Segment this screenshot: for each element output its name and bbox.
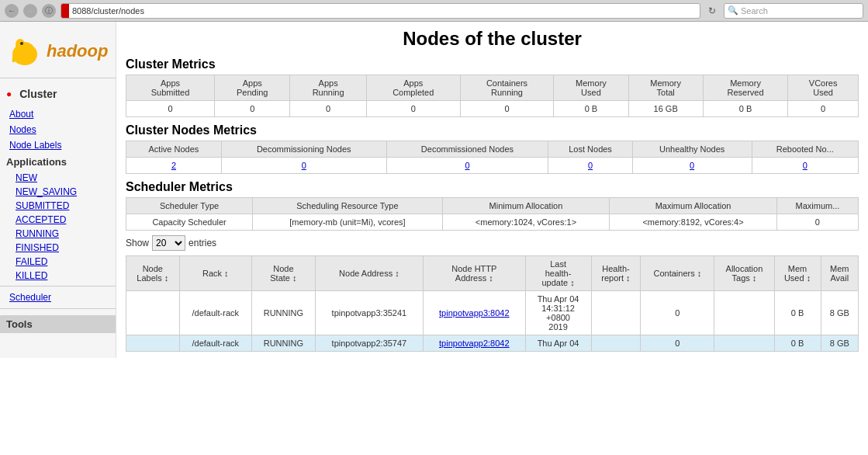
nodes-table: NodeLabels ↕ Rack ↕ NodeState ↕ Node Add… <box>126 255 859 352</box>
nt-header-mem-used: MemUsed ↕ <box>774 256 821 291</box>
row0-state: RUNNING <box>252 291 316 335</box>
sidebar-item-killed[interactable]: KILLED <box>0 269 116 283</box>
sidebar-applications-section: Applications <box>0 153 116 171</box>
info-button[interactable]: ⓘ <box>42 4 56 18</box>
cluster-metrics-title: Cluster Metrics <box>126 57 859 71</box>
scheduler-metrics-title: Scheduler Metrics <box>126 180 859 194</box>
nt-header-containers: Containers ↕ <box>641 256 714 291</box>
sm-val-3: <memory:8192, vCores:4> <box>610 214 777 231</box>
reload-button[interactable]: ↻ <box>705 4 719 18</box>
row1-containers: 0 <box>641 335 714 352</box>
cnm-header-3: Lost Nodes <box>548 141 632 158</box>
row0-rack: /default-rack <box>179 291 251 335</box>
back-button[interactable]: ← <box>5 4 19 18</box>
cnm-val-5: 0 <box>752 158 858 174</box>
sidebar-item-nodes[interactable]: Nodes <box>0 122 116 137</box>
row1-address: tpinpotvapp2:35747 <box>315 335 423 352</box>
cm-header-0: AppsSubmitted <box>126 75 215 101</box>
row1-nodelabels <box>126 335 180 352</box>
sidebar-item-new[interactable]: NEW <box>0 171 116 185</box>
cnm-header-1: Decommissioning Nodes <box>221 141 386 158</box>
page-title: Nodes of the cluster <box>126 28 859 50</box>
url-red-part <box>61 4 69 18</box>
nt-header-state: NodeState ↕ <box>252 256 316 291</box>
cm-header-4: ContainersRunning <box>460 75 554 101</box>
row0-alloc-tags <box>714 291 774 335</box>
cm-header-6: MemoryTotal <box>628 75 703 101</box>
search-placeholder: Search <box>741 6 768 16</box>
sidebar-item-running[interactable]: RUNNING <box>0 227 116 241</box>
cluster-nodes-metrics-table: Active Nodes Decommissioning Nodes Decom… <box>126 141 859 174</box>
cnm-header-4: Unhealthy Nodes <box>632 141 752 158</box>
cm-header-1: AppsPending <box>215 75 290 101</box>
show-label: Show <box>126 238 149 248</box>
row1-mem-used: 0 B <box>774 335 821 352</box>
browser-chrome: ← → ⓘ 8088/cluster/nodes ↻ 🔍 Search <box>0 0 868 22</box>
cnm-val-0: 2 <box>126 158 222 174</box>
sm-header-2: Minimum Allocation <box>442 198 610 214</box>
sidebar-item-failed[interactable]: FAILED <box>0 255 116 269</box>
sidebar-tools-header: Tools <box>0 315 116 333</box>
row1-http[interactable]: tpinpotvapp2:8042 <box>424 335 526 352</box>
cm-val-4: 0 <box>460 101 554 117</box>
row0-address: tpinpotvapp3:35241 <box>315 291 423 335</box>
cluster-nodes-metrics-title: Cluster Nodes Metrics <box>126 123 859 137</box>
sidebar-item-node-labels[interactable]: Node Labels <box>0 137 116 153</box>
cm-val-3: 0 <box>366 101 460 117</box>
row1-state: RUNNING <box>252 335 316 352</box>
sm-val-2: <memory:1024, vCores:1> <box>442 214 610 231</box>
cm-val-2: 0 <box>290 101 366 117</box>
cm-header-7: MemoryReserved <box>703 75 788 101</box>
search-icon: 🔍 <box>728 5 738 16</box>
cnm-val-3: 0 <box>548 158 632 174</box>
row1-health-update: Thu Apr 04 <box>525 335 591 352</box>
sm-val-1: [memory-mb (unit=Mi), vcores] <box>253 214 443 231</box>
sm-header-3: Maximum Allocation <box>610 198 777 214</box>
cnm-val-4: 0 <box>632 158 752 174</box>
main-content: Nodes of the cluster Cluster Metrics App… <box>116 22 868 358</box>
entries-label: entries <box>188 238 216 248</box>
sm-val-4: 0 <box>776 214 858 231</box>
sidebar-item-accepted[interactable]: ACCEPTED <box>0 213 116 227</box>
sm-val-0: Capacity Scheduler <box>126 214 253 231</box>
cm-val-6: 16 GB <box>628 101 703 117</box>
cm-val-7: 0 B <box>703 101 788 117</box>
browser-search-bar[interactable]: 🔍 Search <box>724 3 863 19</box>
sidebar-item-about[interactable]: About <box>0 106 116 122</box>
cnm-header-0: Active Nodes <box>126 141 222 158</box>
sidebar-item-scheduler[interactable]: Scheduler <box>0 290 116 305</box>
row0-mem-used: 0 B <box>774 291 821 335</box>
entries-select[interactable]: 20 50 100 <box>152 235 185 251</box>
cnm-val-1: 0 <box>221 158 386 174</box>
row0-mem-avail: 8 GB <box>821 291 858 335</box>
nt-header-nodelabels: NodeLabels ↕ <box>126 256 180 291</box>
show-entries-row: Show 20 50 100 entries <box>126 235 859 251</box>
row0-containers: 0 <box>641 291 714 335</box>
svg-point-3 <box>16 39 25 51</box>
row0-health-update: Thu Apr 0414:31:12+08002019 <box>525 291 591 335</box>
sm-header-1: Scheduling Resource Type <box>253 198 443 214</box>
row0-nodelabels <box>126 291 180 335</box>
url-path: 8088/cluster/nodes <box>69 6 147 16</box>
nt-header-address: Node Address ↕ <box>315 256 423 291</box>
forward-button[interactable]: → <box>23 4 37 18</box>
cluster-metrics-table: AppsSubmitted AppsPending AppsRunning Ap… <box>126 75 859 117</box>
cm-val-1: 0 <box>215 101 290 117</box>
svg-point-4 <box>20 42 23 45</box>
row1-mem-avail: 8 GB <box>821 335 858 352</box>
sidebar: hadoop ● Cluster About Nodes Node Labels… <box>0 22 116 358</box>
sidebar-item-submitted[interactable]: SUBMITTED <box>0 199 116 213</box>
cm-header-5: MemoryUsed <box>554 75 628 101</box>
nt-header-http: Node HTTPAddress ↕ <box>424 256 526 291</box>
row0-http[interactable]: tpinpotvapp3:8042 <box>424 291 526 335</box>
sm-header-4: Maximum... <box>776 198 858 214</box>
cnm-header-5: Rebooted No... <box>752 141 858 158</box>
row1-health-report <box>591 335 641 352</box>
sidebar-item-new-saving[interactable]: NEW_SAVING <box>0 185 116 199</box>
row1-alloc-tags <box>714 335 774 352</box>
cm-val-5: 0 B <box>554 101 628 117</box>
logo-text: hadoop <box>47 41 108 61</box>
sidebar-item-finished[interactable]: FINISHED <box>0 241 116 255</box>
scheduler-metrics-table: Scheduler Type Scheduling Resource Type … <box>126 197 859 231</box>
sm-header-0: Scheduler Type <box>126 198 253 214</box>
